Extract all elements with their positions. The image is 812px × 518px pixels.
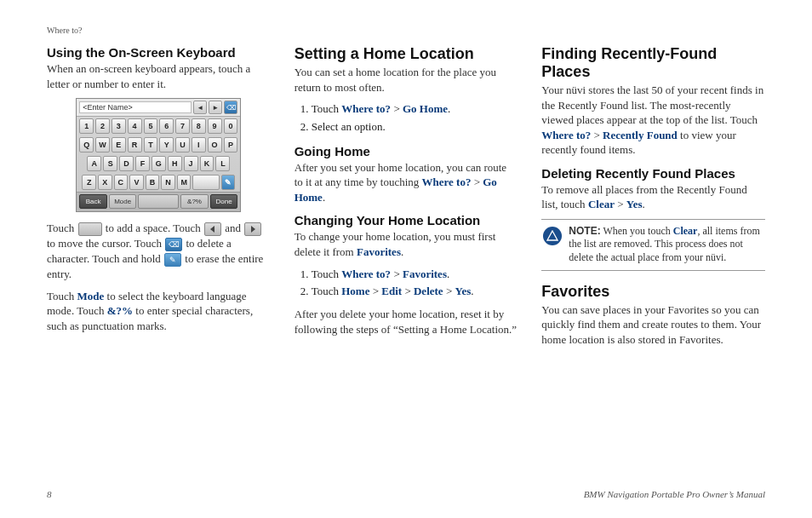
kb-backspace-icon: ⌫ bbox=[224, 101, 237, 114]
keyboard-screenshot: <Enter Name> ◄ ► ⌫ 1234567890 QWERTYUIOP… bbox=[76, 98, 241, 212]
kb-cursor-right-icon: ► bbox=[209, 101, 222, 114]
kb-cursor-left-icon: ◄ bbox=[193, 101, 207, 114]
kb-key: R bbox=[128, 137, 142, 153]
kb-key: N bbox=[161, 175, 175, 190]
kb-space bbox=[192, 175, 219, 190]
heading-recent: Finding Recently-Found Places bbox=[541, 45, 765, 81]
kb-key: O bbox=[208, 137, 222, 153]
text-recent: Your nüvi stores the last 50 of your rec… bbox=[541, 83, 765, 158]
cursor-right-icon bbox=[244, 222, 261, 236]
kb-symbols-button: &?% bbox=[180, 194, 209, 209]
kb-key: A bbox=[87, 156, 101, 171]
kb-key: I bbox=[192, 137, 206, 153]
heading-going-home: Going Home bbox=[294, 144, 518, 158]
text-mode-instructions: Touch Mode to select the keyboard langua… bbox=[47, 289, 271, 334]
space-icon bbox=[78, 222, 102, 236]
page-number: 8 bbox=[47, 489, 52, 499]
kb-key: K bbox=[200, 156, 214, 171]
steps-change-home: Touch Where to? > Favorites. Touch Home … bbox=[294, 267, 518, 301]
kb-key: 4 bbox=[128, 118, 142, 134]
kb-key: S bbox=[103, 156, 117, 171]
footer-title: BMW Navigation Portable Pro Owner’s Manu… bbox=[584, 489, 765, 499]
heading-delete-recent: Deleting Recently Found Places bbox=[541, 166, 765, 181]
breadcrumb: Where to? bbox=[47, 26, 765, 35]
text-going-home: After you set your home location, you ca… bbox=[294, 160, 518, 205]
kb-key: H bbox=[168, 156, 182, 171]
column-3: Finding Recently-Found Places Your nüvi … bbox=[541, 45, 765, 354]
kb-key: 1 bbox=[79, 118, 94, 134]
kb-erase: ✎ bbox=[221, 175, 236, 190]
link-favorites: Favorites bbox=[357, 245, 401, 258]
kb-key: P bbox=[224, 137, 238, 153]
kb-key: 2 bbox=[95, 118, 110, 134]
note-box: NOTE: When you touch Clear, all items fr… bbox=[541, 219, 765, 271]
heading-change-home: Changing Your Home Location bbox=[294, 213, 518, 227]
text-keyboard-instructions: Touch to add a space. Touch and to move … bbox=[47, 221, 271, 282]
kb-key: Q bbox=[79, 137, 94, 153]
kb-key: 6 bbox=[159, 118, 174, 134]
kb-key: X bbox=[98, 175, 112, 190]
steps-set-home: Touch Where to? > Go Home. Select an opt… bbox=[294, 101, 518, 135]
heading-keyboard: Using the On-Screen Keyboard bbox=[47, 45, 271, 60]
kb-key: Z bbox=[82, 175, 96, 190]
link-yes: Yes bbox=[626, 198, 643, 210]
note-icon bbox=[543, 227, 562, 245]
kb-key: M bbox=[177, 175, 192, 190]
kb-key: 5 bbox=[144, 118, 158, 134]
text-set-home: You can set a home location for the plac… bbox=[294, 65, 518, 95]
heading-set-home: Setting a Home Location bbox=[294, 45, 518, 63]
kb-key: B bbox=[146, 175, 160, 190]
kb-key: 0 bbox=[224, 118, 238, 134]
kb-back-button: Back bbox=[79, 194, 107, 209]
text-delete-recent: To remove all places from the Recently F… bbox=[541, 182, 765, 212]
kb-key: W bbox=[95, 137, 110, 153]
kb-key: L bbox=[215, 156, 230, 171]
column-1: Using the On-Screen Keyboard When an on-… bbox=[47, 45, 271, 354]
link-clear: Clear bbox=[588, 198, 615, 210]
kb-key: Y bbox=[159, 137, 174, 153]
column-2: Setting a Home Location You can set a ho… bbox=[294, 45, 518, 354]
link-go-home: Go Home bbox=[403, 102, 448, 115]
kb-key: 8 bbox=[192, 118, 206, 134]
text-intro: When an on-screen keyboard appears, touc… bbox=[47, 61, 271, 91]
kb-key: V bbox=[129, 175, 144, 190]
link-where-to: Where to? bbox=[341, 102, 391, 115]
text-change-home: To change your home location, you must f… bbox=[294, 229, 518, 259]
heading-favorites: Favorites bbox=[541, 283, 765, 301]
note-label: NOTE: bbox=[569, 225, 600, 237]
kb-key: J bbox=[184, 156, 198, 171]
kb-key: C bbox=[114, 175, 129, 190]
text-reset-home: After you delete your home location, res… bbox=[294, 307, 518, 337]
link-where-to-3: Where to? bbox=[541, 129, 591, 141]
kb-key: G bbox=[152, 156, 166, 171]
link-mode: Mode bbox=[77, 290, 105, 302]
kb-key: D bbox=[119, 156, 134, 171]
erase-icon bbox=[164, 253, 181, 267]
kb-key: T bbox=[144, 137, 158, 153]
kb-done-button: Done bbox=[210, 194, 238, 209]
link-symbols: &?% bbox=[107, 304, 133, 317]
text-favorites: You can save places in your Favorites so… bbox=[541, 302, 765, 348]
link-recently-found: Recently Found bbox=[603, 129, 678, 141]
kb-space-button bbox=[138, 194, 179, 209]
kb-key: 7 bbox=[175, 118, 190, 134]
delete-icon bbox=[165, 238, 182, 251]
link-where-to-2: Where to? bbox=[422, 176, 472, 188]
cursor-left-icon bbox=[204, 222, 221, 236]
kb-mode-button: Mode bbox=[109, 194, 137, 209]
kb-key: F bbox=[135, 156, 150, 171]
kb-key: 9 bbox=[208, 118, 222, 134]
kb-placeholder: <Enter Name> bbox=[79, 101, 192, 113]
kb-key: 3 bbox=[112, 118, 126, 134]
kb-key: E bbox=[112, 137, 126, 153]
kb-key: U bbox=[175, 137, 190, 153]
